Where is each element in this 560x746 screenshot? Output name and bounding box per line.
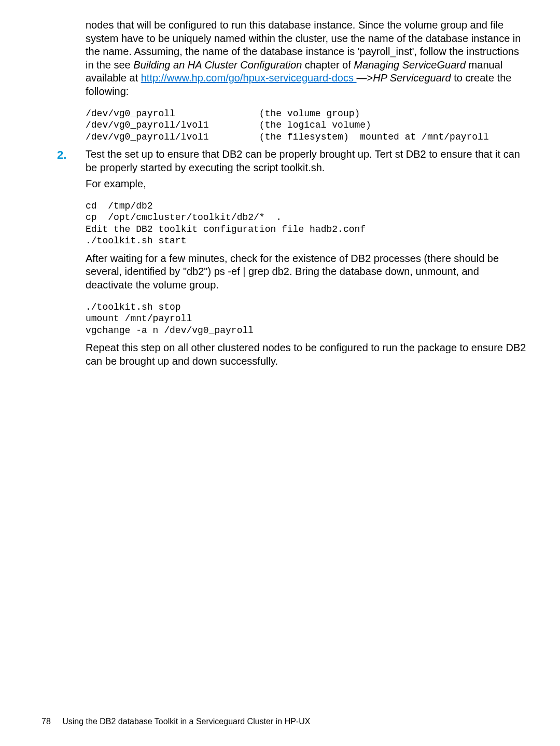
page-number: 78 bbox=[41, 717, 51, 726]
code-block-devices: /dev/vg0_payroll (the volume group) /dev… bbox=[86, 108, 529, 143]
step-paragraph: After waiting for a few minutes, check f… bbox=[86, 252, 529, 292]
code-block-toolkit-stop: ./toolkit.sh stop umount /mnt/payroll vg… bbox=[86, 301, 529, 337]
serviceguard-docs-link[interactable]: http://www.hp.com/go/hpux-serviceguard-d… bbox=[141, 72, 357, 84]
intro-paragraph: nodes that will be configured to run thi… bbox=[86, 19, 529, 99]
emphasis: HP Serviceguard bbox=[373, 72, 451, 84]
step-paragraph: For example, bbox=[86, 177, 529, 191]
step-body: Test the set up to ensure that DB2 can b… bbox=[86, 148, 529, 371]
step-paragraph: Test the set up to ensure that DB2 can b… bbox=[86, 148, 529, 174]
page: nodes that will be configured to run thi… bbox=[0, 0, 560, 746]
emphasis: Managing ServiceGuard bbox=[354, 59, 466, 71]
intro-block: nodes that will be configured to run thi… bbox=[86, 19, 529, 143]
step-paragraph: Repeat this step on all other clustered … bbox=[86, 341, 529, 368]
step-number: 2. bbox=[57, 148, 86, 162]
page-footer: 78 Using the DB2 database Toolkit in a S… bbox=[41, 717, 310, 726]
code-block-toolkit-start: cd /tmp/db2 cp /opt/cmcluster/toolkit/db… bbox=[86, 200, 529, 247]
text: chapter of bbox=[302, 59, 354, 71]
step-2: 2. Test the set up to ensure that DB2 ca… bbox=[41, 148, 529, 371]
footer-title: Using the DB2 database Toolkit in a Serv… bbox=[62, 717, 310, 726]
emphasis: Building an HA Cluster Configuration bbox=[133, 59, 302, 71]
text: —> bbox=[357, 72, 373, 84]
